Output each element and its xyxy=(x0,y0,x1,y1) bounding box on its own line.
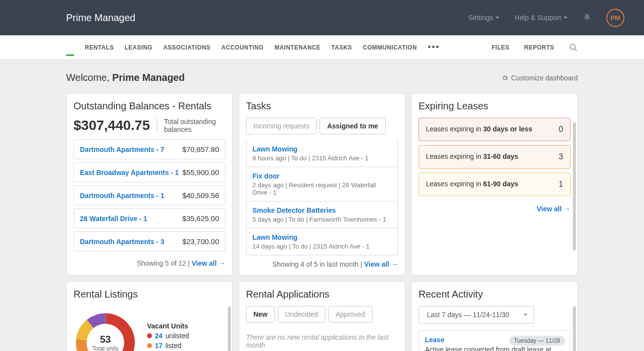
card-rental-applications: Rental Applications New Undecided Approv… xyxy=(239,281,405,351)
tab-new[interactable]: New xyxy=(246,306,275,323)
search-icon[interactable] xyxy=(569,43,578,52)
nav-accounting[interactable]: ACCOUNTING xyxy=(222,44,264,51)
nav-maintenance[interactable]: MAINTENANCE xyxy=(274,44,321,51)
home-icon[interactable] xyxy=(66,48,74,56)
view-all-link[interactable]: View all → xyxy=(192,259,225,267)
chevron-down-icon xyxy=(495,15,500,20)
scrollbar[interactable] xyxy=(228,306,231,351)
legend-dot-icon xyxy=(147,333,152,338)
card-expiring-leases: Expiring Leases Leases expiring in 30 da… xyxy=(411,93,578,276)
legend-dot-icon xyxy=(147,343,152,348)
expiring-row[interactable]: Leases expiring in 61-90 days1 xyxy=(419,173,570,196)
svg-line-1 xyxy=(574,49,577,51)
tasks-tabs: Incoming requests Assigned to me xyxy=(246,118,398,134)
settings-link[interactable]: Settings xyxy=(468,14,500,22)
expiring-row[interactable]: Leases expiring in 31-60 days3 xyxy=(419,145,570,169)
activity-description: Active lease converted from draft lease … xyxy=(425,346,564,351)
navbar: RENTALS LEASING ASSOCIATIONS ACCOUNTING … xyxy=(0,35,644,60)
card-footer: Showing 5 of 12 | View all → xyxy=(74,254,225,267)
expiring-row[interactable]: Leases expiring in 30 days or less0 xyxy=(419,118,570,141)
nav-associations[interactable]: ASSOCIATIONS xyxy=(163,44,210,51)
nav-more-icon[interactable]: ••• xyxy=(428,42,440,52)
customize-dashboard[interactable]: Customize dashboard xyxy=(501,74,578,82)
legend-row: 24unlisted xyxy=(147,332,198,340)
tab-incoming[interactable]: Incoming requests xyxy=(246,118,317,134)
nav-communication[interactable]: COMMUNICATION xyxy=(363,44,417,51)
card-rental-listings: Rental Listings 53 Total units Vacan xyxy=(66,281,233,351)
nav-leasing[interactable]: LEASING xyxy=(124,44,152,51)
activity-row[interactable]: Lease Tuesday — 11/28 Active lease conve… xyxy=(419,330,570,351)
balance-row[interactable]: 28 Waterfall Drive - 1$35,625.00 xyxy=(74,208,225,228)
card-title: Tasks xyxy=(246,100,398,112)
welcome-row: Welcome, Prime Managed Customize dashboa… xyxy=(66,72,578,83)
card-title: Recent Activity xyxy=(419,289,570,300)
task-row[interactable]: Fix door2 days ago | Resident request | … xyxy=(246,167,398,201)
card-title: Rental Listings xyxy=(74,289,225,300)
card-footer: View all → xyxy=(419,200,570,213)
card-title: Rental Applications xyxy=(246,289,398,300)
view-all-link[interactable]: View all → xyxy=(537,205,570,213)
balance-row[interactable]: Dartmouth Apartments - 7$70,857.80 xyxy=(74,139,225,159)
activity-date-badge: Tuesday — 11/28 xyxy=(509,336,565,346)
app-tabs: New Undecided Approved xyxy=(246,306,398,323)
date-range-select[interactable]: Last 7 days — 11/24-11/30 xyxy=(419,306,534,324)
content: Welcome, Prime Managed Customize dashboa… xyxy=(0,60,644,351)
chevron-down-icon xyxy=(563,15,568,20)
total-label: Total outstanding balances xyxy=(157,118,225,133)
donut-center: 53 Total units xyxy=(92,334,119,351)
task-row[interactable]: Smoke Detector Batteries5 days ago | To … xyxy=(246,201,398,228)
card-tasks: Tasks Incoming requests Assigned to me L… xyxy=(239,93,405,276)
balance-row[interactable]: Dartmouth Apartments - 1$40,509.56 xyxy=(74,185,225,205)
help-link[interactable]: Help & Support xyxy=(515,14,568,22)
welcome-text: Welcome, Prime Managed xyxy=(66,72,185,83)
nav-rentals[interactable]: RENTALS xyxy=(85,44,114,51)
donut-wrap: 53 Total units Vacant Units 24unlisted 1… xyxy=(74,306,225,351)
avatar[interactable]: PM xyxy=(606,9,624,27)
bell-icon[interactable] xyxy=(583,13,592,22)
card-recent-activity: Recent Activity Last 7 days — 11/24-11/3… xyxy=(411,281,578,351)
scrollbar[interactable] xyxy=(573,122,576,251)
card-title: Expiring Leases xyxy=(419,100,570,112)
svg-point-0 xyxy=(570,44,575,50)
tab-undecided[interactable]: Undecided xyxy=(278,306,325,323)
chevron-down-icon xyxy=(523,312,528,317)
brand-title: Prime Managed xyxy=(66,12,135,24)
legend-row: 17listed xyxy=(147,342,198,350)
nav-reports[interactable]: REPORTS xyxy=(524,44,554,51)
legend-heading: Vacant Units xyxy=(147,322,198,330)
nav-right: FILES REPORTS xyxy=(492,43,578,52)
legend: Vacant Units 24unlisted 17listed Occupie… xyxy=(147,322,198,351)
nav-files[interactable]: FILES xyxy=(492,44,510,51)
card-outstanding-balances: Outstanding Balances - Rentals $307,440.… xyxy=(66,93,233,276)
total-row: $307,440.75 Total outstanding balances xyxy=(74,118,225,133)
scrollbar[interactable] xyxy=(573,306,576,351)
balance-row[interactable]: Dartmouth Apartments - 3$23,700.00 xyxy=(74,231,225,251)
balance-row[interactable]: East Broadway Apartments - 1$55,900.00 xyxy=(74,162,225,182)
tab-assigned[interactable]: Assigned to me xyxy=(320,118,385,134)
topbar: Prime Managed Settings Help & Support PM xyxy=(0,0,644,35)
dashboard-grid: Outstanding Balances - Rentals $307,440.… xyxy=(66,93,578,351)
nav-left: RENTALS LEASING ASSOCIATIONS ACCOUNTING … xyxy=(66,42,440,52)
tab-approved[interactable]: Approved xyxy=(328,306,372,323)
donut-chart: 53 Total units xyxy=(74,311,137,351)
task-row[interactable]: Lawn Mowing14 days ago | To do | 2315 Al… xyxy=(246,228,398,255)
topbar-right: Settings Help & Support PM xyxy=(468,9,624,27)
card-footer: Showing 4 of 5 in last month | View all … xyxy=(246,255,398,268)
task-row[interactable]: Lawn Mowing9 hours ago | To do | 2315 Al… xyxy=(246,140,398,167)
gear-icon xyxy=(501,75,508,81)
empty-state: There are no new rental applications in … xyxy=(246,328,398,351)
card-title: Outstanding Balances - Rentals xyxy=(74,100,225,112)
nav-tasks[interactable]: TASKS xyxy=(331,44,352,51)
view-all-link[interactable]: View all → xyxy=(364,260,398,268)
total-amount: $307,440.75 xyxy=(74,118,150,133)
